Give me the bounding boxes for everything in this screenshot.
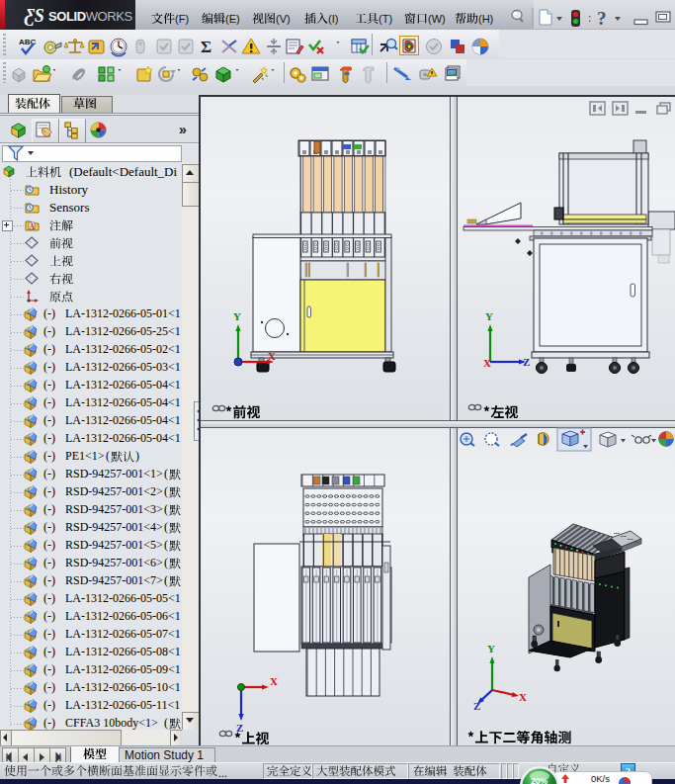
svg-text:Z: Z: [473, 700, 480, 712]
svg-text:20%: 20%: [531, 776, 548, 784]
svg-text:X: X: [270, 675, 278, 687]
svg-text:0K/s: 0K/s: [591, 773, 610, 784]
svg-text:Z: Z: [236, 722, 243, 734]
svg-text:X: X: [519, 691, 527, 703]
svg-text:Y: Y: [487, 643, 495, 654]
svg-text:?: ?: [597, 8, 607, 29]
svg-text:X: X: [483, 357, 491, 369]
svg-text:Y: Y: [233, 310, 241, 322]
svg-text:X: X: [268, 350, 276, 362]
svg-text::: :: [588, 11, 591, 25]
svg-text:Σ: Σ: [201, 38, 211, 56]
svg-text:Y: Y: [485, 310, 493, 322]
svg-text:Z: Z: [523, 356, 530, 368]
